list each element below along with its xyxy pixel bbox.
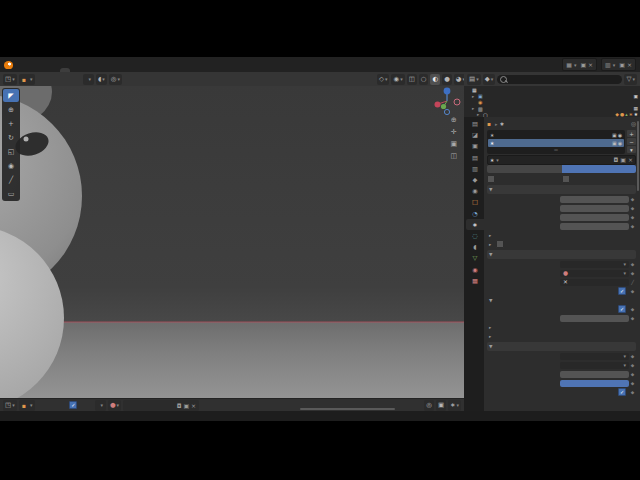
- select-tool[interactable]: ◤: [3, 89, 19, 102]
- perspective-toggle-button[interactable]: ◫: [450, 152, 457, 160]
- tab-object-data[interactable]: ▽: [466, 252, 484, 263]
- overlays-toggle[interactable]: ◉▾: [391, 74, 404, 85]
- unlink-icon[interactable]: ×: [628, 156, 633, 163]
- transform-tool[interactable]: ◉: [3, 159, 19, 172]
- tab-texture[interactable]: ▦: [466, 275, 484, 286]
- segments-field[interactable]: [560, 223, 629, 230]
- tab-view-layer[interactable]: ▥: [466, 163, 484, 174]
- zoom-button[interactable]: ⊕: [450, 116, 457, 124]
- view-layer-selector[interactable]: ▥▾ ▣ ×: [601, 58, 636, 71]
- particle-system-item-selected[interactable]: ∗ ▣◉: [488, 139, 624, 147]
- move-tool[interactable]: +: [3, 117, 19, 130]
- timing-panel-header[interactable]: ▸: [487, 323, 636, 331]
- strand-steps-field[interactable]: [560, 371, 629, 378]
- rotate-tool[interactable]: ↻: [3, 131, 19, 144]
- hair-dynamics-checkbox[interactable]: [496, 240, 504, 248]
- amount-slider[interactable]: [560, 380, 629, 387]
- mode-selector[interactable]: ▪ ▾: [19, 74, 36, 85]
- scene-selector[interactable]: ▦▾ ▣ ×: [562, 58, 597, 71]
- regrow-checkbox[interactable]: [487, 175, 495, 183]
- advanced-checkbox[interactable]: [562, 175, 570, 183]
- tab-physics[interactable]: ◌: [466, 230, 484, 241]
- navigation-gizmo[interactable]: [433, 87, 461, 119]
- particle-settings-id-field[interactable]: ∗▾ ◘ ▣ ×: [487, 155, 636, 165]
- menu-file[interactable]: [16, 64, 24, 66]
- use-nodes-checkbox[interactable]: [69, 401, 77, 409]
- transform-orientation-dropdown[interactable]: ▾: [83, 74, 94, 85]
- particle-specials-button[interactable]: ▾: [627, 146, 636, 153]
- path-panel-header[interactable]: ▼: [487, 296, 636, 304]
- shading-wireframe-button[interactable]: ○: [419, 74, 429, 85]
- copy-icon[interactable]: ▣: [183, 402, 189, 409]
- add-particle-system-button[interactable]: +: [627, 130, 636, 137]
- menu-window[interactable]: [40, 64, 48, 66]
- tab-modifiers[interactable]: ◔: [466, 208, 484, 219]
- fake-user-icon[interactable]: ◘: [177, 402, 182, 409]
- render-toggle-icon[interactable]: ▣: [612, 132, 617, 138]
- camera-toggle-icon[interactable]: ◉: [618, 140, 622, 146]
- tab-tool[interactable]: ◪: [466, 129, 484, 140]
- material-browse-button[interactable]: ●▾: [108, 400, 121, 411]
- outliner-filter-button[interactable]: ▽▾: [624, 74, 637, 85]
- seed-field[interactable]: [560, 205, 629, 212]
- eyedropper-icon[interactable]: ╱: [629, 280, 636, 285]
- color-dropdown[interactable]: ▾: [560, 362, 629, 369]
- steps-field[interactable]: [560, 315, 629, 322]
- shading-material-button[interactable]: ●: [442, 74, 452, 85]
- particle-system-item[interactable]: ∗ ▣◉: [488, 131, 624, 139]
- hair-dynamics-panel-header[interactable]: ▸: [487, 240, 636, 248]
- hair-toggle-button[interactable]: [562, 165, 637, 173]
- render-as-dropdown[interactable]: ▾: [560, 261, 629, 268]
- fake-user-icon[interactable]: ◘: [614, 156, 619, 163]
- unlink-scene-icon[interactable]: ×: [588, 61, 593, 68]
- hair-length-field[interactable]: [560, 214, 629, 221]
- menu-render[interactable]: [32, 64, 40, 66]
- copy-icon[interactable]: ▣: [620, 156, 626, 163]
- number-field[interactable]: [560, 196, 629, 203]
- outliner-display-mode[interactable]: ◆▾: [483, 74, 496, 85]
- material-slot-dropdown[interactable]: ▾: [95, 400, 106, 411]
- shader-editor-scrollbar[interactable]: [300, 408, 395, 410]
- viewport-display-panel-header[interactable]: ▼: [487, 342, 636, 351]
- viewport[interactable]: ◤ ⊕ + ↻ ◱ ◉ ╱ ▭ ⊕: [0, 86, 464, 398]
- shader-editor-type-button[interactable]: ◳▾: [3, 400, 17, 411]
- render-toggle-icon[interactable]: ▣: [612, 140, 617, 146]
- show-emitter-checkbox[interactable]: [618, 388, 626, 396]
- properties-scrollbar[interactable]: [637, 121, 639, 191]
- gizmos-toggle[interactable]: ◇▾: [377, 74, 390, 85]
- remove-particle-system-button[interactable]: −: [627, 138, 636, 145]
- emitter-toggle-button[interactable]: [487, 165, 562, 173]
- menu-edit[interactable]: [24, 64, 32, 66]
- filter-icon[interactable]: ▦: [633, 106, 638, 111]
- tab-particles[interactable]: ∗: [466, 219, 484, 230]
- snapshot-button[interactable]: ▣: [436, 400, 446, 411]
- tab-render[interactable]: ▣: [466, 140, 484, 151]
- proportional-edit-toggle[interactable]: ◎▾: [109, 74, 122, 85]
- shading-solid-button[interactable]: ◐: [430, 74, 440, 85]
- coordinate-object-field[interactable]: ✕: [560, 279, 629, 286]
- outliner-editor-type-button[interactable]: ▤▾: [467, 74, 481, 85]
- editor-type-button[interactable]: ◳▾: [3, 74, 17, 85]
- xray-toggle[interactable]: ◫: [407, 74, 417, 85]
- pan-button[interactable]: ✛: [450, 128, 457, 136]
- pin-button[interactable]: ◎: [424, 400, 434, 411]
- shader-type-dropdown[interactable]: ▪ ▾: [19, 400, 36, 411]
- render-panel-header[interactable]: ▼: [487, 250, 636, 259]
- blender-logo-icon[interactable]: [4, 61, 13, 69]
- measure-tool[interactable]: ▭: [3, 187, 19, 200]
- viewport-canvas[interactable]: [0, 86, 464, 398]
- pin-icon[interactable]: ◎: [631, 121, 636, 127]
- outliner-search-input[interactable]: [497, 75, 622, 84]
- emission-panel-header[interactable]: ▼: [487, 185, 636, 194]
- tab-object[interactable]: □: [466, 196, 484, 207]
- tab-scene[interactable]: ◆: [466, 174, 484, 185]
- tab-constraints[interactable]: ◖: [466, 241, 484, 252]
- tab-world[interactable]: ◉: [466, 185, 484, 196]
- properties-editor-type-button[interactable]: ▤: [466, 118, 484, 129]
- display-as-dropdown[interactable]: ▾: [560, 353, 629, 360]
- unlink-icon[interactable]: ×: [191, 402, 196, 409]
- menu-help[interactable]: [48, 64, 56, 66]
- extra-panel-header[interactable]: ▸: [487, 332, 636, 340]
- remove-layer-icon[interactable]: ×: [627, 61, 632, 68]
- show-emitter-checkbox[interactable]: [618, 287, 626, 295]
